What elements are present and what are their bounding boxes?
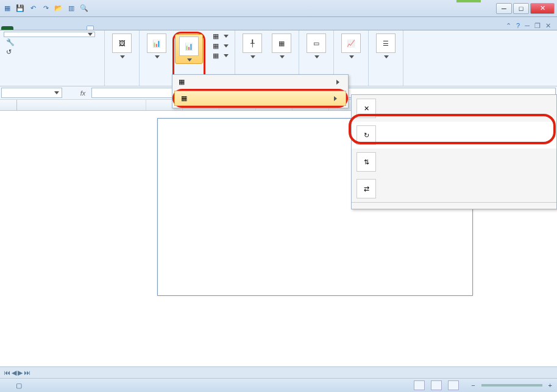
sheet-nav-last[interactable]: ⏭ [24,369,30,377]
name-box[interactable] [1,88,62,98]
tab-formulas[interactable] [32,26,38,30]
tab-insert[interactable] [20,26,26,30]
rotated-icon: ↻ [357,125,376,145]
minimize-button[interactable]: ─ [496,3,512,14]
contextual-tab-label [456,0,481,2]
background-icon: ▭ [307,33,326,53]
axis-titles-button[interactable]: 📊 [175,34,203,64]
macro-record-icon[interactable]: ▢ [16,382,22,390]
maximize-button[interactable]: □ [513,3,529,14]
axis-title-horizontal[interactable]: ⇄ [352,175,556,202]
page-layout-view-button[interactable] [431,380,442,390]
reset-style-button[interactable]: ↺ [4,47,101,57]
help-icon[interactable]: ? [516,22,520,30]
fx-icon[interactable]: fx [76,86,90,99]
doc-minimize-icon[interactable]: ─ [525,22,530,30]
zoom-in-button[interactable]: + [548,382,552,389]
new-icon[interactable]: ▥ [66,4,76,13]
tab-developer[interactable] [56,26,62,30]
tab-abbyy[interactable] [74,26,80,30]
quick-access-toolbar: ▦ 💾 ↶ ↷ 📂 ▥ 🔍 [2,4,89,13]
tab-design[interactable] [80,26,87,30]
axis-titles-icon: 📊 [179,37,199,56]
sheet-nav-prev[interactable]: ◀ [12,369,16,377]
vertical-axis-title-item[interactable]: ▦ [174,91,346,106]
properties-button[interactable]: ☰ [372,32,399,60]
horizontal-axis-title-item[interactable]: ▦ [172,75,348,89]
sheet-tab-bar: ⏮ ◀ ▶ ⏭ [0,366,557,379]
properties-icon: ☰ [376,33,396,53]
status-bar: ▢ − + [0,379,557,392]
axis-titles-submenu: ▦ ▦ [172,74,349,108]
sheet-nav-next[interactable]: ▶ [18,369,23,377]
horizontal-icon: ⇄ [357,179,376,198]
open-icon[interactable]: 📂 [54,4,63,13]
data-table-button[interactable]: ▦ [210,51,231,60]
picture-icon: 🖼 [112,33,132,53]
vertical-axis-title-options: ✕ ↻ ⇅ ⇄ [351,94,557,209]
data-labels-button[interactable]: ▦ [210,41,231,51]
doc-restore-icon[interactable]: ❐ [534,22,541,30]
axis-title-vertical[interactable]: ⇅ [352,149,556,175]
print-preview-icon[interactable]: 🔍 [79,4,89,13]
tab-format[interactable] [94,26,100,30]
chart-title-icon: 📊 [147,33,166,53]
group-current-fragment [4,83,101,85]
format-selection-button[interactable]: 🔧 [4,38,101,47]
chart-title-button[interactable]: 📊 [143,32,170,85]
vertical-icon: ⇅ [357,152,376,172]
chart-element-selector[interactable] [4,32,95,37]
tab-view[interactable] [50,26,56,30]
undo-icon[interactable]: ↶ [28,4,38,13]
title-bar: ▦ 💾 ↶ ↷ 📂 ▥ 🔍 ─ □ ✕ [0,0,557,17]
tab-data[interactable] [38,26,44,30]
normal-view-button[interactable] [414,380,425,390]
axis-title-more-options[interactable] [352,202,556,209]
tab-pagelayout[interactable] [26,26,32,30]
select-all-corner[interactable] [0,100,17,110]
tab-addins[interactable] [62,26,68,30]
excel-icon: ▦ [2,4,12,13]
zoom-out-button[interactable]: − [471,382,475,389]
sheet-nav-first[interactable]: ⏮ [4,369,10,377]
axes-icon: ╀ [243,33,262,53]
grid-icon: ▦ [272,33,291,53]
save-icon[interactable]: 💾 [15,4,25,13]
file-tab[interactable] [1,26,13,30]
minimize-ribbon-icon[interactable]: ⌃ [506,22,511,30]
col-header[interactable] [17,100,146,110]
chart-plot-area[interactable] [164,143,363,289]
doc-close-icon[interactable]: ✕ [545,22,551,30]
legend-button[interactable]: ▦ [210,32,231,41]
analysis-icon: 📈 [341,33,361,53]
redo-icon[interactable]: ↷ [41,4,51,13]
none-icon: ✕ [357,99,376,118]
tab-home[interactable] [13,26,20,30]
axis-title-none[interactable]: ✕ [352,95,556,122]
insert-button[interactable]: 🖼 [108,32,135,60]
tab-foxit[interactable] [68,26,74,30]
close-button[interactable]: ✕ [530,3,555,14]
ribbon-tabs: ⌃ ? ─ ❐ ✕ [0,17,557,30]
tab-review[interactable] [44,26,50,30]
axis-title-rotated[interactable]: ↻ [352,122,556,149]
zoom-slider[interactable] [481,384,542,387]
analysis-button[interactable]: 📈 [338,32,364,60]
tab-layout[interactable] [87,26,94,30]
background-button[interactable]: ▭ [303,32,330,60]
page-break-view-button[interactable] [448,380,459,390]
